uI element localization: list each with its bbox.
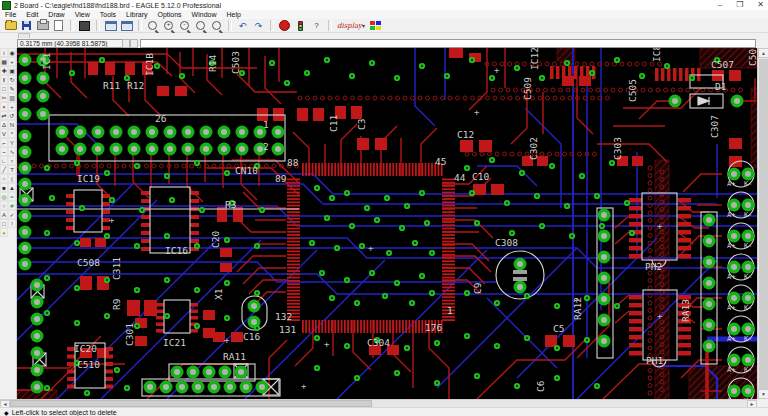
undo-button[interactable]: ↶	[235, 19, 250, 33]
tool-polygon[interactable]: ▲	[8, 183, 16, 192]
svg-text:A+: A+	[727, 211, 735, 219]
silkscreen-label: C11	[328, 115, 339, 132]
window-1-button[interactable]	[103, 19, 118, 33]
open-button[interactable]	[3, 19, 18, 33]
minimize-button[interactable]: –	[718, 0, 722, 10]
tool-optimize[interactable]: ~	[0, 147, 8, 156]
tool-lock[interactable]: ∆	[0, 120, 8, 129]
tool-errors[interactable]: !	[8, 219, 16, 228]
menu-view[interactable]: View	[70, 11, 95, 18]
tool-show[interactable]: ◉	[8, 48, 16, 57]
tool-split[interactable]: Y	[8, 138, 16, 147]
stop-button[interactable]	[277, 19, 292, 33]
tool-paste[interactable]: ▥	[8, 93, 16, 102]
cam-button[interactable]	[51, 19, 66, 33]
menu-edit[interactable]: Edit	[21, 11, 43, 18]
zoom-fit-button[interactable]	[145, 19, 160, 33]
help-button[interactable]: ?	[309, 19, 324, 33]
tool-smash[interactable]: *	[8, 129, 16, 138]
tool-meander[interactable]: ∿	[8, 147, 16, 156]
tool-rect[interactable]: ■	[0, 183, 8, 192]
tool-delete[interactable]: ×	[0, 102, 8, 111]
silkscreen-label: R11	[103, 80, 120, 91]
tool-info[interactable]: i	[0, 48, 8, 57]
tool-mirror[interactable]: ‖	[0, 75, 8, 84]
menu-library[interactable]: Library	[121, 11, 152, 18]
menu-tools[interactable]: Tools	[95, 11, 121, 18]
silkscreen-label: D1	[715, 81, 727, 92]
scroll-up-arrow[interactable]: ▲	[758, 48, 768, 58]
scroll-down-arrow[interactable]: ▼	[758, 389, 768, 399]
redo-button[interactable]: ↷	[251, 19, 266, 33]
tool-value[interactable]: V	[0, 129, 8, 138]
menu-help[interactable]: Help	[222, 11, 246, 18]
tool-add[interactable]: +	[8, 102, 16, 111]
silkscreen-label: C301	[124, 323, 135, 346]
grip-box[interactable]	[130, 39, 138, 48]
command-line-input[interactable]	[140, 39, 756, 48]
tool-copy[interactable]: ▣	[8, 66, 16, 75]
silkscreen-label: RA11	[223, 351, 246, 362]
tool-signal[interactable]: ≈	[8, 192, 16, 201]
zoom-in-button[interactable]: +	[161, 19, 176, 33]
tool-ratsnest[interactable]: #	[8, 201, 16, 210]
menu-window[interactable]: Window	[187, 11, 222, 18]
horizontal-scroll-thumb[interactable]	[10, 400, 372, 407]
silkscreen-label: 45	[435, 156, 446, 167]
zoom-select-button[interactable]	[209, 19, 224, 33]
command-toolbar: i◉▦+✚▣‖↻□✎✂▥×+⇄↺∆NV*⌐Y~∿∟r╱T○(■▲◎≈○#A✓□!…	[0, 48, 17, 399]
toolbar-separator	[228, 20, 232, 31]
save-button[interactable]	[19, 19, 34, 33]
tool-text[interactable]: T	[8, 165, 16, 174]
pcb-canvas[interactable]: A+K-A+K-A+K-A+K-A+K-A+K-A+K-A+K-A+K-IC1I…	[17, 48, 757, 399]
tool-via[interactable]: ◎	[0, 192, 8, 201]
tool-mark[interactable]: +	[8, 57, 16, 66]
silkscreen-label: C503	[230, 51, 241, 74]
display-dropdown[interactable]: display ▾	[335, 19, 367, 33]
display-script-label: display	[337, 21, 362, 31]
tool-route[interactable]: ∟	[0, 156, 8, 165]
tool-drc[interactable]: □	[0, 219, 8, 228]
tool-cut[interactable]: ✂	[0, 93, 8, 102]
tool-group[interactable]: □	[0, 84, 8, 93]
vertical-scroll-thumb[interactable]	[759, 59, 768, 389]
print-button[interactable]	[35, 19, 50, 33]
tool-change[interactable]: ✎	[8, 84, 16, 93]
menu-options[interactable]: Options	[152, 11, 186, 18]
tool-rotate[interactable]: ↻	[8, 75, 16, 84]
silkscreen-label: C304	[367, 337, 390, 348]
svg-text:A+: A+	[727, 304, 735, 312]
tool-ripup[interactable]: r	[8, 156, 16, 165]
close-button[interactable]: ✕	[757, 0, 764, 10]
tool-replace[interactable]: ↺	[8, 111, 16, 120]
horizontal-scrollbar[interactable]: ◄ ►	[0, 399, 757, 407]
status-text: Left-click to select object to delete	[12, 409, 117, 416]
silkscreen-label: R12	[127, 80, 144, 91]
layers-button[interactable]	[368, 19, 383, 33]
tool-circle[interactable]: ○	[0, 174, 8, 183]
svg-text:K-: K-	[744, 335, 752, 343]
menu-file[interactable]: File	[0, 11, 21, 18]
window-2-button[interactable]	[119, 19, 134, 33]
board-schematic-button[interactable]	[77, 19, 92, 33]
tool-erc[interactable]: ✓	[8, 210, 16, 219]
tool-pinswap[interactable]: ⇄	[0, 111, 8, 120]
title-bar[interactable]: 2 Board - C:\eagle\fnd188\fnd188.brd - E…	[0, 0, 768, 10]
tool-miter[interactable]: ⌐	[0, 138, 8, 147]
tool-hole[interactable]: ○	[0, 201, 8, 210]
traffic-light-button[interactable]	[293, 19, 308, 33]
zoom-out-button[interactable]: -	[177, 19, 192, 33]
zoom-out-icon: -	[180, 21, 189, 30]
tool-auto[interactable]: A	[0, 210, 8, 219]
tool-wire[interactable]: ╱	[0, 165, 8, 174]
grip-box[interactable]	[122, 39, 130, 48]
tool-move[interactable]: ✚	[0, 66, 8, 75]
vertical-scrollbar[interactable]: ▲ ▼	[757, 48, 768, 399]
maximize-button[interactable]: ❒	[736, 0, 743, 10]
tool-name[interactable]: N	[8, 120, 16, 129]
tool-warn[interactable]: ●	[0, 228, 8, 237]
tool-arc[interactable]: (	[8, 174, 16, 183]
menu-draw[interactable]: Draw	[43, 11, 69, 18]
tool-display[interactable]: ▦	[0, 57, 8, 66]
zoom-redraw-button[interactable]	[193, 19, 208, 33]
